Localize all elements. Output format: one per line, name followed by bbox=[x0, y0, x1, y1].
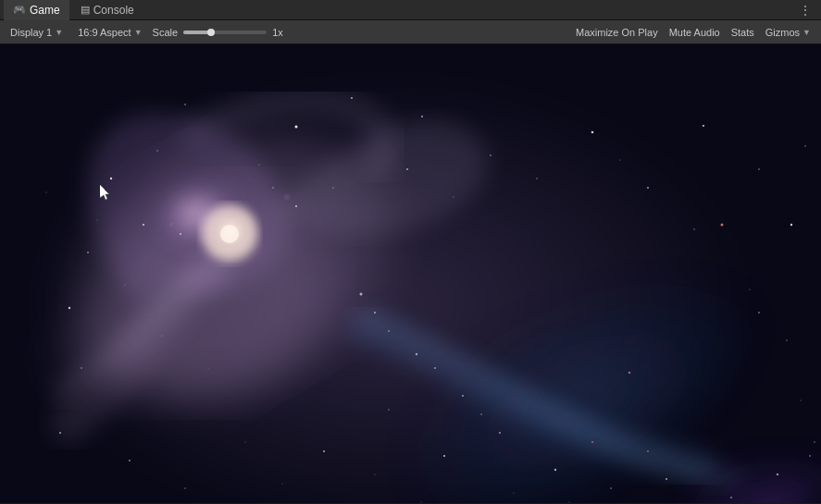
maximize-on-play-button[interactable]: Maximize On Play bbox=[571, 25, 663, 40]
svg-point-70 bbox=[388, 330, 390, 332]
svg-point-48 bbox=[749, 289, 750, 289]
svg-point-64 bbox=[628, 372, 631, 375]
svg-point-69 bbox=[374, 312, 376, 313]
tab-game[interactable]: 🎮 Game bbox=[4, 0, 69, 20]
svg-point-35 bbox=[554, 469, 556, 471]
svg-point-20 bbox=[804, 145, 805, 146]
svg-point-44 bbox=[453, 196, 454, 197]
aspect-dropdown[interactable]: 16:9 Aspect ▼ bbox=[73, 25, 146, 40]
svg-point-33 bbox=[443, 455, 445, 457]
svg-point-17 bbox=[703, 125, 704, 127]
svg-point-65 bbox=[591, 441, 593, 443]
svg-point-72 bbox=[434, 367, 436, 369]
tab-bar-right: ⋮ bbox=[793, 3, 817, 18]
svg-point-59 bbox=[375, 474, 376, 475]
svg-point-15 bbox=[591, 131, 594, 134]
mute-audio-button[interactable]: Mute Audio bbox=[665, 25, 725, 40]
svg-point-10 bbox=[220, 225, 239, 243]
toolbar: Display 1 ▼ 16:9 Aspect ▼ Scale 1x Maxim… bbox=[0, 20, 821, 44]
svg-point-75 bbox=[285, 195, 289, 199]
svg-point-16 bbox=[647, 187, 649, 189]
svg-point-11 bbox=[295, 126, 298, 129]
svg-point-19 bbox=[790, 224, 792, 226]
svg-point-73 bbox=[462, 395, 464, 397]
svg-point-55 bbox=[162, 336, 163, 337]
svg-point-67 bbox=[758, 312, 760, 313]
scale-label: Scale bbox=[153, 27, 179, 38]
svg-point-77 bbox=[272, 187, 274, 189]
svg-point-52 bbox=[46, 192, 47, 193]
svg-point-45 bbox=[536, 178, 537, 178]
svg-point-30 bbox=[184, 487, 185, 488]
more-options-button[interactable]: ⋮ bbox=[793, 3, 817, 18]
svg-point-79 bbox=[180, 233, 181, 235]
svg-point-62 bbox=[569, 502, 570, 503]
game-view[interactable] bbox=[0, 44, 821, 503]
svg-point-21 bbox=[406, 168, 408, 170]
svg-point-32 bbox=[388, 409, 390, 411]
stats-button[interactable]: Stats bbox=[727, 25, 759, 40]
console-icon: ▤ bbox=[81, 4, 90, 16]
scale-section: Scale 1x bbox=[153, 27, 290, 38]
svg-point-27 bbox=[81, 367, 82, 369]
svg-point-25 bbox=[87, 252, 89, 253]
svg-point-53 bbox=[97, 220, 98, 221]
display-dropdown-arrow: ▼ bbox=[55, 28, 63, 37]
svg-point-57 bbox=[245, 442, 246, 443]
svg-point-58 bbox=[282, 484, 283, 485]
svg-point-61 bbox=[514, 493, 515, 494]
aspect-label: 16:9 Aspect bbox=[78, 27, 131, 38]
svg-point-76 bbox=[295, 205, 297, 207]
svg-point-29 bbox=[129, 460, 131, 461]
svg-point-37 bbox=[666, 478, 667, 480]
scale-slider[interactable] bbox=[183, 31, 267, 34]
scale-value: 1x bbox=[272, 27, 289, 38]
stats-label: Stats bbox=[731, 27, 754, 38]
aspect-dropdown-arrow: ▼ bbox=[134, 28, 143, 37]
svg-point-36 bbox=[610, 487, 612, 489]
svg-point-63 bbox=[721, 224, 724, 227]
svg-point-49 bbox=[786, 339, 787, 340]
svg-point-26 bbox=[68, 307, 70, 309]
tab-game-label: Game bbox=[30, 4, 60, 17]
svg-point-56 bbox=[208, 368, 209, 369]
gizmos-dropdown[interactable]: Gizmos ▼ bbox=[761, 25, 815, 40]
maximize-label: Maximize On Play bbox=[576, 27, 658, 38]
tab-console[interactable]: ▤ Console bbox=[71, 0, 143, 20]
svg-point-46 bbox=[619, 159, 620, 160]
svg-point-68 bbox=[360, 293, 363, 296]
gizmos-label: Gizmos bbox=[765, 27, 800, 38]
toolbar-right: Maximize On Play Mute Audio Stats Gizmos… bbox=[571, 25, 815, 40]
display-label: Display 1 bbox=[10, 27, 52, 38]
svg-point-31 bbox=[323, 450, 325, 452]
svg-point-18 bbox=[758, 168, 760, 170]
svg-point-51 bbox=[814, 441, 815, 442]
svg-point-54 bbox=[125, 285, 126, 286]
svg-point-12 bbox=[110, 178, 112, 179]
svg-point-43 bbox=[332, 187, 333, 188]
svg-point-39 bbox=[777, 473, 778, 475]
svg-point-40 bbox=[809, 455, 811, 457]
galaxy-svg bbox=[0, 44, 821, 503]
svg-point-50 bbox=[800, 400, 801, 400]
svg-point-47 bbox=[693, 228, 694, 229]
mute-label: Mute Audio bbox=[669, 27, 720, 38]
svg-point-34 bbox=[499, 432, 501, 434]
svg-point-66 bbox=[647, 450, 649, 452]
svg-point-22 bbox=[351, 97, 353, 99]
svg-point-23 bbox=[184, 104, 186, 105]
svg-point-60 bbox=[421, 502, 422, 503]
svg-point-78 bbox=[169, 223, 172, 226]
tab-bar-left: 🎮 Game ▤ Console bbox=[4, 0, 143, 20]
svg-point-13 bbox=[421, 116, 423, 117]
svg-point-71 bbox=[416, 353, 417, 355]
svg-point-24 bbox=[143, 224, 144, 226]
svg-point-41 bbox=[156, 150, 157, 151]
gizmos-dropdown-arrow: ▼ bbox=[802, 28, 811, 37]
display-dropdown[interactable]: Display 1 ▼ bbox=[6, 25, 68, 40]
game-icon: 🎮 bbox=[13, 4, 26, 16]
tab-console-label: Console bbox=[93, 4, 134, 17]
svg-point-38 bbox=[730, 497, 732, 498]
scale-dot bbox=[207, 29, 215, 36]
svg-point-74 bbox=[480, 413, 482, 415]
